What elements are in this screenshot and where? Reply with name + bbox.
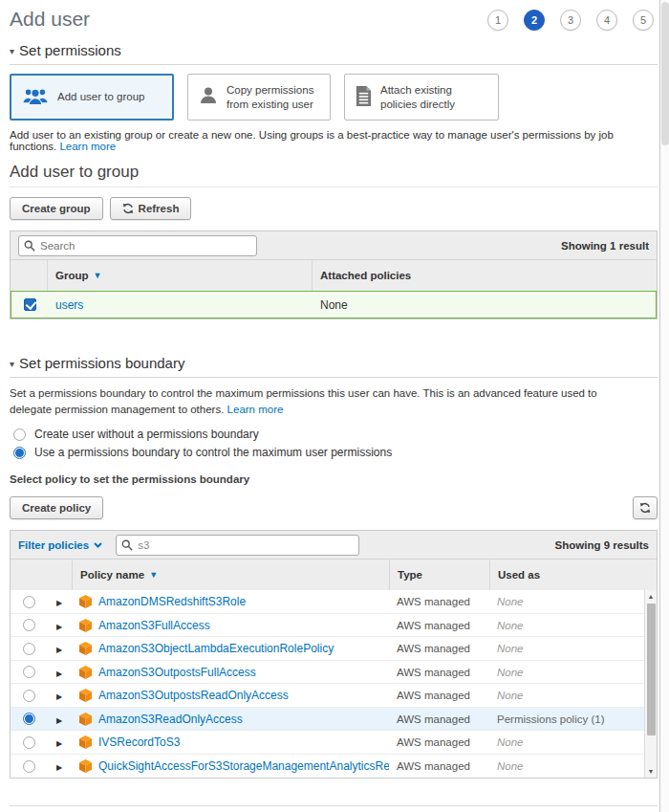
policy-cube-icon	[79, 642, 92, 655]
policy-cube-icon	[79, 619, 92, 632]
policy-radio[interactable]	[23, 690, 35, 702]
policy-type: AWS managed	[389, 690, 489, 701]
policy-used-as: None	[489, 690, 644, 701]
policy-radio[interactable]	[23, 666, 35, 678]
create-policy-button[interactable]: Create policy	[10, 496, 103, 519]
groups-toolbar: Showing 1 result	[11, 231, 657, 260]
policy-cube-icon	[79, 759, 92, 773]
policy-row[interactable]: ▶ IVSRecordToS3 AWS managed None	[11, 731, 644, 755]
policy-radio[interactable]	[23, 643, 35, 655]
policy-radio[interactable]	[23, 736, 35, 749]
option-use-boundary[interactable]: Use a permissions boundary to control th…	[10, 446, 658, 459]
policy-radio[interactable]	[23, 596, 35, 608]
radio-selected[interactable]	[13, 447, 26, 459]
expand-arrow-icon[interactable]: ▶	[56, 692, 62, 701]
card-add-user-to-group[interactable]: Add user to group	[10, 74, 174, 121]
learn-more-link[interactable]: Learn more	[227, 404, 284, 415]
policies-result-count: Showing 9 results	[555, 539, 649, 551]
policy-row[interactable]: ▶ AmazonS3FullAccess AWS managed None	[11, 614, 644, 638]
expand-arrow-icon[interactable]: ▶	[56, 763, 62, 772]
create-group-button[interactable]: Create group	[10, 197, 103, 220]
policies-table: Filter policies Showing 9 results Policy…	[10, 530, 658, 779]
step-5[interactable]: 5	[633, 10, 654, 31]
learn-more-link[interactable]: Learn more	[59, 141, 116, 152]
expand-arrow-icon[interactable]: ▶	[56, 623, 62, 631]
card-attach-policies[interactable]: Attach existing policies directly	[344, 74, 499, 121]
policy-row-selected[interactable]: ▶ AmazonS3ReadOnlyAccess AWS managed Per…	[11, 708, 644, 732]
step-indicator: 1 2 3 4 5	[487, 10, 654, 31]
policy-type: AWS managed	[389, 713, 489, 725]
policies-search	[116, 535, 359, 556]
radio-unselected[interactable]	[13, 428, 26, 441]
policy-name-link[interactable]: AmazonS3OutpostsReadOnlyAccess	[98, 689, 289, 702]
policy-name-link[interactable]: AmazonS3ObjectLambdaExecutionRolePolicy	[98, 642, 334, 655]
refresh-policies-button[interactable]	[633, 496, 658, 519]
card-copy-permissions[interactable]: Copy permissions from existing user	[187, 74, 331, 121]
policy-type: AWS managed	[389, 667, 489, 678]
expand-arrow-icon[interactable]: ▶	[56, 646, 62, 654]
policy-name-link[interactable]: AmazonS3OutpostsFullAccess	[98, 666, 256, 679]
collapse-caret-icon: ▾	[10, 46, 14, 56]
policy-name-column-header[interactable]: Policy name ▼	[72, 560, 389, 590]
policy-radio[interactable]	[23, 619, 35, 631]
expand-arrow-icon[interactable]: ▶	[56, 669, 62, 678]
policy-row[interactable]: ▶ AmazonS3ObjectLambdaExecutionRolePolic…	[11, 637, 644, 661]
group-checkbox-checked[interactable]	[24, 298, 36, 311]
step-3[interactable]: 3	[560, 10, 581, 31]
policies-search-input[interactable]	[116, 535, 359, 556]
group-row-users[interactable]: users None	[11, 291, 657, 318]
used-as-column-header: Used as	[489, 560, 644, 590]
policy-used-as: None	[489, 736, 644, 748]
page-scrollbar-thumb[interactable]	[661, 2, 669, 145]
policies-scrollbar[interactable]: ▲ ▼	[644, 590, 657, 778]
policy-actions: Create policy	[10, 496, 658, 519]
policy-name-link[interactable]: AmazonS3ReadOnlyAccess	[98, 713, 243, 726]
page-title: Add user	[10, 8, 90, 31]
permission-option-cards: Add user to group Copy permissions from …	[10, 74, 658, 121]
groups-result-count: Showing 1 result	[561, 240, 649, 252]
add-user-wizard: Add user 1 2 3 4 5 ▾Set permissions Ad	[10, 0, 658, 812]
groups-search-input[interactable]	[18, 235, 257, 256]
add-user-to-group-heading: Add user to group	[10, 163, 658, 187]
expand-arrow-icon[interactable]: ▶	[56, 739, 62, 748]
scrollbar-thumb[interactable]	[647, 604, 656, 735]
sort-desc-icon: ▼	[94, 271, 102, 280]
group-name-link[interactable]: users	[55, 298, 83, 312]
policy-name-link[interactable]: AmazonS3FullAccess	[98, 619, 210, 632]
step-1[interactable]: 1	[487, 10, 508, 31]
policy-radio[interactable]	[23, 760, 35, 773]
policy-type: AWS managed	[389, 760, 489, 772]
policy-row[interactable]: ▶ AmazonDMSRedshiftS3Role AWS managed No…	[11, 590, 644, 614]
user-icon	[198, 85, 219, 109]
policies-toolbar: Filter policies Showing 9 results	[11, 531, 657, 560]
set-permissions-section-header[interactable]: ▾Set permissions	[10, 42, 658, 65]
filter-policies-dropdown[interactable]: Filter policies	[18, 539, 102, 551]
wizard-header: Add user 1 2 3 4 5	[10, 0, 658, 31]
group-column-header[interactable]: Group ▼	[47, 260, 312, 291]
page-scrollbar[interactable]	[659, 0, 669, 812]
expand-arrow-icon[interactable]: ▶	[56, 599, 62, 607]
expand-arrow-icon[interactable]: ▶	[56, 716, 62, 725]
refresh-button[interactable]: Refresh	[110, 197, 192, 220]
policy-name-link[interactable]: AmazonDMSRedshiftS3Role	[98, 595, 246, 608]
policy-cube-icon	[79, 595, 92, 608]
policy-row[interactable]: ▶ QuickSightAccessForS3StorageManagement…	[11, 755, 644, 779]
option-without-boundary[interactable]: Create user without a permissions bounda…	[10, 428, 658, 441]
policy-used-as: None	[489, 596, 644, 607]
group-actions: Create group Refresh	[10, 197, 658, 220]
policy-name-link[interactable]: IVSRecordToS3	[98, 735, 180, 749]
scroll-down-icon[interactable]: ▼	[645, 765, 657, 778]
permissions-boundary-section-header[interactable]: ▾Set permissions boundary	[10, 355, 658, 378]
set-permissions-description: Add user to an existing group or create …	[10, 129, 658, 152]
policy-name-link[interactable]: QuickSightAccessForS3StorageManagementAn…	[98, 759, 389, 773]
policy-radio-selected[interactable]	[23, 713, 35, 725]
policy-row[interactable]: ▶ AmazonS3OutpostsReadOnlyAccess AWS man…	[11, 684, 644, 708]
step-4[interactable]: 4	[596, 10, 617, 31]
policy-row[interactable]: ▶ AmazonS3OutpostsFullAccess AWS managed…	[11, 661, 644, 685]
scroll-up-icon[interactable]: ▲	[645, 590, 657, 603]
step-2-active[interactable]: 2	[524, 10, 545, 31]
sort-desc-icon: ▼	[149, 570, 158, 580]
policy-used-as: None	[489, 643, 644, 654]
refresh-icon	[639, 502, 651, 514]
card-label: Copy permissions from existing user	[227, 83, 320, 111]
